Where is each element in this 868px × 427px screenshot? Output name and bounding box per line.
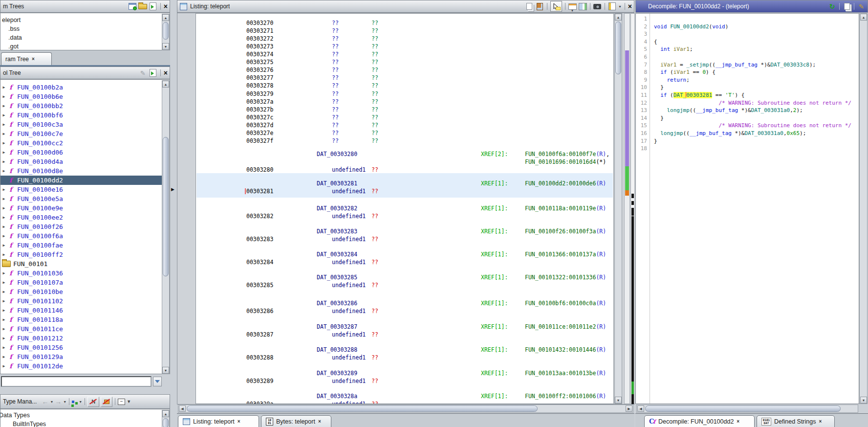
listing-overview-margin[interactable] xyxy=(624,13,630,404)
open-folder-icon[interactable] xyxy=(139,2,147,11)
symbol-tree-item-FUN_00100b2a[interactable]: ▶fFUN_00100b2a xyxy=(0,83,162,92)
listing-hscrollbar[interactable]: ◀ ▶ xyxy=(178,405,633,413)
expand-icon[interactable]: ▶ xyxy=(0,336,7,340)
close-icon[interactable]: × xyxy=(164,3,168,10)
listing-row[interactable]: 00303278???? xyxy=(196,82,613,90)
symbol-tree-item-FUN_00101146[interactable]: ▶fFUN_00101146 xyxy=(0,306,162,315)
forward-icon[interactable]: → xyxy=(55,398,62,405)
snapshot-icon[interactable] xyxy=(593,2,602,11)
listing-label-row[interactable]: DAT_00303281XREF[1]:FUN_00100dd2:00100de… xyxy=(196,180,613,187)
tab-bytes-teleport[interactable]: 1001Bytes: teleport× xyxy=(261,415,331,427)
symbol-tree-item-FUN_0010129a[interactable]: ▶fFUN_0010129a xyxy=(0,352,162,361)
listing-address-row[interactable]: 00303288undefined1?? xyxy=(196,354,613,361)
listing-row[interactable]: 00303271???? xyxy=(196,27,613,35)
fields-icon[interactable] xyxy=(568,2,577,11)
scroll-up-icon[interactable]: ▲ xyxy=(162,410,169,417)
symbol-tree-item-FUN_00100e5a[interactable]: ▶fFUN_00100e5a xyxy=(0,194,162,203)
scroll-left-icon[interactable]: ◀ xyxy=(179,405,186,412)
symbol-tree-item-FUN_00100c7e[interactable]: ▶fFUN_00100c7e xyxy=(0,129,162,138)
expand-icon[interactable]: ▶ xyxy=(0,327,7,331)
filter-icon[interactable] xyxy=(149,2,157,11)
copy-icon[interactable] xyxy=(843,2,851,11)
expand-icon[interactable]: ▶ xyxy=(0,271,7,275)
tab-close-icon[interactable]: × xyxy=(318,419,321,424)
listing-marker-margin[interactable] xyxy=(630,13,635,404)
scroll-down-icon[interactable]: ▼ xyxy=(162,43,169,50)
symbol-tree-item-FUN_00100fae[interactable]: ▶fFUN_00100fae xyxy=(0,241,162,250)
code-line[interactable]: /* WARNING: Subroutine does not return *… xyxy=(654,122,851,129)
listing-row[interactable]: 00303279???? xyxy=(196,90,613,98)
expand-icon[interactable]: ▶ xyxy=(0,345,7,350)
listing-label-row[interactable]: DAT_00303282XREF[1]:FUN_0010118a:0010119… xyxy=(196,204,613,212)
listing-label-row[interactable]: DAT_00303284XREF[1]:FUN_00101366:0010137… xyxy=(196,250,613,258)
code-line[interactable]: } xyxy=(654,114,664,122)
listing-xref-row[interactable]: FUN_00101696:001016d4(*) xyxy=(196,158,613,166)
filter-pointer-off-icon[interactable] xyxy=(101,397,112,407)
listing-label-row[interactable]: DAT_00303285XREF[1]:FUN_00101322:0010133… xyxy=(196,273,613,281)
listing-address-row[interactable]: 0030328aundefined1?? xyxy=(196,400,613,404)
listing-row[interactable]: 00303276???? xyxy=(196,66,613,74)
listing-address-row[interactable]: 00303287undefined1?? xyxy=(196,331,613,338)
symbol-tree-scrollbar[interactable]: ▲ ▼ xyxy=(162,80,170,374)
code-line[interactable]: int iVar1; xyxy=(654,45,693,53)
symbol-tree-item-FUN_0010118a[interactable]: ▶fFUN_0010118a xyxy=(0,315,162,324)
listing-address-row[interactable]: 00303284undefined1?? xyxy=(196,258,613,266)
tab-program-tree[interactable]: ram Tree × xyxy=(1,52,52,65)
splitter-arrow-icon[interactable]: ▶ xyxy=(171,187,174,192)
tab-defined-strings[interactable]: 0101DATDefined Strings× xyxy=(757,415,835,427)
expand-icon[interactable]: ▶ xyxy=(0,308,7,313)
program-tree-item[interactable]: .bss xyxy=(0,24,161,33)
program-tree-scrollbar[interactable]: ▲ ▼ xyxy=(162,14,170,50)
diff-view-icon[interactable] xyxy=(579,2,587,11)
new-tree-icon[interactable] xyxy=(129,2,137,11)
scroll-thumb[interactable] xyxy=(187,405,538,412)
symbol-tree-item-FUN_001011ce[interactable]: ▶fFUN_001011ce xyxy=(0,324,162,334)
expand-icon[interactable]: ▶ xyxy=(0,299,7,303)
code-line[interactable]: if (DAT_00303281 == 'T') { xyxy=(654,91,744,99)
listing-row[interactable]: 0030327b???? xyxy=(196,106,613,113)
symbol-tree-item-FUN_00100d06[interactable]: ▶fFUN_00100d06 xyxy=(0,148,162,157)
decompile-code[interactable]: void FUN_00100dd2(void){ int iVar1; iVar… xyxy=(654,14,859,404)
expand-icon[interactable]: ▶ xyxy=(0,122,7,127)
refresh-icon[interactable]: ↻ xyxy=(828,2,836,11)
tab-close-icon[interactable]: × xyxy=(32,56,35,62)
scroll-down-icon[interactable]: ▼ xyxy=(860,397,867,404)
scroll-up-icon[interactable]: ▲ xyxy=(162,81,169,88)
symbol-tree-item-FUN_00100f26[interactable]: ▶fFUN_00100f26 xyxy=(0,222,162,231)
expand-icon[interactable]: ▶ xyxy=(0,187,7,192)
expand-icon[interactable]: ▶ xyxy=(0,94,7,99)
symbol-tree-item-FUN_00101036[interactable]: ▶fFUN_00101036 xyxy=(0,269,162,278)
expand-icon[interactable]: ▶ xyxy=(0,85,7,90)
decompile-hscrollbar[interactable]: ◀ xyxy=(636,405,858,413)
expand-icon[interactable]: ▶ xyxy=(0,150,7,155)
symbol-tree-folder[interactable]: FUN_00101 xyxy=(0,259,162,269)
expand-icon[interactable]: ▶ xyxy=(0,317,7,322)
symbol-tree-item-FUN_00100d8e[interactable]: ▶fFUN_00100d8e xyxy=(0,166,162,176)
type-manager-item[interactable]: BuiltInTypes xyxy=(0,420,161,427)
listing-address-row[interactable]: 00303283undefined1?? xyxy=(196,235,613,243)
code-line[interactable]: longjmp((__jmp_buf_tag *)&DAT_003031a0,0… xyxy=(654,130,806,137)
listing-address-row[interactable]: 00303289undefined1?? xyxy=(196,377,613,385)
close-icon[interactable]: × xyxy=(164,69,168,76)
listing-label-row[interactable]: DAT_00303286XREF[1]:FUN_00100bf6:00100c0… xyxy=(196,299,613,307)
expand-icon[interactable]: ▶ xyxy=(0,243,7,247)
code-line[interactable]: { xyxy=(654,38,657,45)
symbol-tree-item-FUN_00100b6e[interactable]: ▶fFUN_00100b6e xyxy=(0,92,162,101)
scroll-thumb[interactable] xyxy=(163,22,169,40)
edit-icon[interactable]: ✎ xyxy=(139,69,147,77)
scroll-thumb[interactable] xyxy=(163,137,169,276)
symbol-tree-item-FUN_00100cc2[interactable]: ▶fFUN_00100cc2 xyxy=(0,138,162,148)
tab-listing-teleport[interactable]: Listing: teleport× xyxy=(178,415,259,427)
scroll-up-icon[interactable]: ▲ xyxy=(860,14,867,21)
tab-close-icon[interactable]: × xyxy=(737,419,739,424)
expand-icon[interactable]: ▶ xyxy=(0,132,7,136)
expand-icon[interactable]: ▶ xyxy=(0,252,7,257)
listing-label-row[interactable]: DAT_00303289XREF[1]:FUN_001013aa:001013b… xyxy=(196,369,613,377)
code-line[interactable]: return; xyxy=(654,76,690,84)
expand-icon[interactable]: ▶ xyxy=(0,290,7,294)
listing-row[interactable]: 0030327a???? xyxy=(196,98,613,106)
collapse-all-icon[interactable]: − xyxy=(118,399,125,405)
expand-icon[interactable]: ▶ xyxy=(0,169,7,173)
code-line[interactable]: longjmp((__jmp_buf_tag *)&DAT_003031a0,2… xyxy=(654,107,803,114)
expand-icon[interactable]: ▶ xyxy=(0,197,7,201)
